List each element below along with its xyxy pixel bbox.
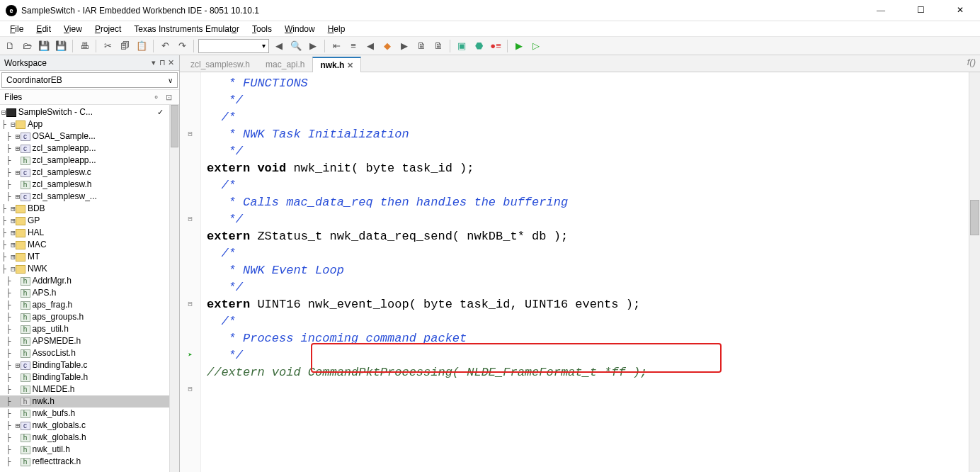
scrollbar-thumb[interactable] [970, 200, 979, 235]
maximize-button[interactable]: ☐ [906, 2, 935, 19]
tree-node[interactable]: ├ ⊞cnwk_globals.c [0, 420, 169, 432]
editor-tab[interactable]: nwk.h✕ [312, 57, 361, 72]
menu-texas-instruments-emulator[interactable]: Texas Instruments Emulator [128, 24, 245, 34]
menu-help[interactable]: Help [322, 24, 351, 34]
debug-icon[interactable]: ▶ [512, 39, 526, 53]
file2-icon[interactable]: 🗎 [431, 39, 445, 53]
tree-node[interactable]: ├ ⊞HAL [0, 227, 169, 239]
tree-node[interactable]: ├ hnwk_globals.h [0, 432, 169, 444]
editor-scrollbar[interactable] [969, 72, 980, 472]
find-combo[interactable]: ▾ [198, 39, 269, 53]
tree-node[interactable]: ├ hnwk_bufs.h [0, 408, 169, 420]
close-button[interactable]: ✕ [946, 2, 974, 19]
compile-icon[interactable]: ▣ [455, 39, 469, 53]
new-file-icon[interactable]: 🗋 [3, 39, 17, 53]
editor-tab[interactable]: zcl_samplesw.h [183, 56, 258, 72]
file-icon[interactable]: 🗎 [414, 39, 428, 53]
panel-pin-icon[interactable]: ⊓ [158, 58, 166, 67]
tree-node[interactable]: ├ ⊞czcl_samplesw_... [0, 191, 169, 203]
tree-node[interactable]: ├ ⊞GP [0, 215, 169, 227]
find-next-icon[interactable]: ▶ [306, 39, 320, 53]
menu-tools[interactable]: Tools [246, 24, 278, 34]
tree-node[interactable]: ├ ⊞MAC [0, 239, 169, 251]
tree-label: HAL [28, 227, 44, 239]
menu-view[interactable]: View [58, 24, 88, 34]
bookmark-shield-icon[interactable]: ◆ [380, 39, 394, 53]
tree-label: zcl_samplesw_... [33, 191, 97, 203]
tree-node[interactable]: ├ ⊞MT [0, 251, 169, 263]
print-icon[interactable]: 🖶 [77, 39, 91, 53]
function-indicator[interactable]: f() [967, 57, 976, 67]
column-icon[interactable]: ⊡ [162, 93, 175, 102]
tree-node[interactable]: ├ ⊞cOSAL_Sample... [0, 130, 169, 142]
tree-node[interactable]: ├ ⊞cBindingTable.c [0, 359, 169, 371]
save-icon[interactable]: 💾 [37, 39, 51, 53]
tree-node[interactable]: ├ hAddrMgr.h [0, 275, 169, 287]
toggle-breakpoint-icon[interactable]: ●≡ [489, 39, 503, 53]
bookmark-list-icon[interactable]: ≡ [346, 39, 360, 53]
copy-icon[interactable]: 🗐 [118, 39, 132, 53]
tab-close-icon[interactable]: ✕ [347, 61, 353, 70]
find-prev-icon[interactable]: ◀ [272, 39, 286, 53]
folder-icon [16, 265, 25, 274]
h-icon: h [21, 410, 30, 418]
tree-label: nwk_globals.c [33, 420, 86, 432]
editor-area: zcl_samplesw.hmac_api.hnwk.h✕f() ⊟⊟⊟➤⊟ *… [180, 55, 980, 472]
tree-node[interactable]: ├ haps_frag.h [0, 299, 169, 311]
editor-tabbar: zcl_samplesw.hmac_api.hnwk.h✕f() [180, 55, 980, 72]
tree-node[interactable]: ├ hAssocList.h [0, 347, 169, 359]
tree-node[interactable]: ├ haps_util.h [0, 323, 169, 335]
file-tree[interactable]: ⊟SampleSwitch - C...✓├ ⊟App ├ ⊞cOSAL_Sam… [0, 105, 169, 472]
open-file-icon[interactable]: 🗁 [20, 39, 34, 53]
panel-dropdown-icon[interactable]: ▾ [149, 58, 158, 67]
tree-node[interactable]: ├ ⊞czcl_samplesw.c [0, 167, 169, 179]
tree-node[interactable]: ├ hNLMEDE.h [0, 383, 169, 395]
tree-node[interactable]: ├ hzcl_samplesw.h [0, 179, 169, 191]
tree-node[interactable]: ⊟SampleSwitch - C...✓ [0, 106, 169, 118]
find-icon[interactable]: 🔍 [289, 39, 303, 53]
tree-node[interactable]: ├ hnwk.h [0, 395, 169, 408]
check-icon: ✓ [157, 106, 168, 118]
tree-label: MT [28, 251, 40, 263]
config-select[interactable]: CoordinatorEB ∨ [1, 72, 178, 88]
tree-node[interactable]: ├ hzcl_sampleapp... [0, 154, 169, 167]
bookmark-next-icon[interactable]: ▶ [397, 39, 411, 53]
menu-window[interactable]: Window [279, 24, 321, 34]
tree-node[interactable]: ├ hAPSMEDE.h [0, 335, 169, 347]
editor-tab[interactable]: mac_api.h [258, 56, 312, 72]
menu-file[interactable]: File [4, 24, 29, 34]
h-icon: h [21, 349, 30, 358]
panel-close-icon[interactable]: ✕ [166, 58, 175, 67]
code-text[interactable]: * FUNCTIONS */ /* * NWK Task Initializat… [201, 72, 969, 472]
window-title: SampleSwitch - IAR Embedded Workbench ID… [21, 6, 867, 16]
menu-edit[interactable]: Edit [30, 24, 57, 34]
tree-node[interactable]: ├ haps_groups.h [0, 311, 169, 323]
tree-node[interactable]: ├ hreflecttrack.h [0, 456, 169, 468]
tree-node[interactable]: ├ hnwk_util.h [0, 444, 169, 456]
cut-icon[interactable]: ✂ [101, 39, 115, 53]
folder-icon [16, 229, 25, 237]
gutter-mark: ➤ [180, 347, 200, 364]
code-line: /* [207, 109, 963, 126]
tree-node[interactable]: ├ ⊞czcl_sampleapp... [0, 142, 169, 154]
debug-nodownload-icon[interactable]: ▷ [529, 39, 543, 53]
undo-icon[interactable]: ↶ [158, 39, 172, 53]
tree-node[interactable]: ├ ⊟App [0, 118, 169, 130]
paste-icon[interactable]: 📋 [135, 39, 149, 53]
tree-scrollbar[interactable] [169, 105, 179, 472]
tree-node[interactable]: ├ hAPS.h [0, 287, 169, 299]
save-all-icon[interactable]: 💾 [54, 39, 68, 53]
workspace-panel: Workspace ▾ ⊓ ✕ CoordinatorEB ∨ Files ⚬ … [0, 55, 180, 472]
c-icon: c [21, 169, 30, 177]
bookmark-prev-icon[interactable]: ◀ [363, 39, 377, 53]
bookmark-toggle-icon[interactable]: ⇤ [329, 39, 343, 53]
column-icon[interactable]: ⚬ [149, 93, 162, 102]
scrollbar-thumb[interactable] [171, 105, 178, 147]
tree-node[interactable]: ├ ⊞BDB [0, 203, 169, 215]
tree-node[interactable]: ├ ⊟NWK [0, 263, 169, 275]
tree-node[interactable]: ├ hBindingTable.h [0, 371, 169, 383]
menu-project[interactable]: Project [89, 24, 127, 34]
make-icon[interactable]: ⬣ [472, 39, 486, 53]
redo-icon[interactable]: ↷ [175, 39, 189, 53]
minimize-button[interactable]: — [867, 2, 895, 19]
